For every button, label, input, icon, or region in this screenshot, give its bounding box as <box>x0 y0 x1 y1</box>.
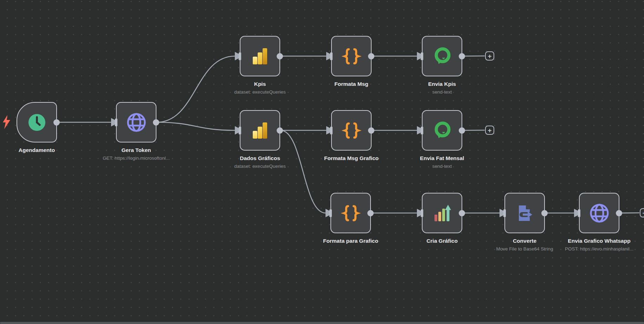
node-title: Cria Gráfico <box>368 237 516 244</box>
node-subtitle: send-text <box>368 88 516 96</box>
output-port[interactable] <box>153 119 159 126</box>
node-label: Kpisdataset: executeQueries <box>186 80 334 96</box>
input-port[interactable] <box>421 209 423 217</box>
lightning-bolt-icon <box>2 115 12 129</box>
node-title: Agendamento <box>0 146 111 154</box>
node-title: Envia Grafico Whatsapp <box>526 237 644 244</box>
connection-wire <box>281 131 326 213</box>
connection-wire <box>463 130 485 131</box>
braces-icon <box>342 121 361 140</box>
input-port[interactable] <box>421 52 423 60</box>
input-port[interactable] <box>503 209 506 217</box>
output-port[interactable] <box>541 210 548 216</box>
add-node-button[interactable]: + <box>640 208 644 217</box>
node-gera-token[interactable] <box>116 102 156 142</box>
input-port[interactable] <box>421 127 423 134</box>
input-port[interactable] <box>329 209 332 217</box>
output-port[interactable] <box>459 127 465 134</box>
node-label: Envia Grafico WhatsappPOST: https://evo.… <box>526 237 644 253</box>
node-label: ConverteMove File to Base64 String <box>451 237 599 253</box>
node-cria-grafico[interactable] <box>422 193 462 233</box>
node-subtitle: dataset: executeQueries <box>186 163 334 170</box>
output-port[interactable] <box>53 119 60 126</box>
node-title: Converte <box>451 237 599 244</box>
input-port[interactable] <box>115 119 117 126</box>
output-port[interactable] <box>277 127 283 134</box>
node-dados-graficos[interactable] <box>240 110 280 151</box>
output-port[interactable] <box>616 210 622 216</box>
node-label: Dados Gráficosdataset: executeQueries <box>186 154 334 170</box>
powerbi-icon <box>251 47 269 65</box>
workflow-trigger-bolt <box>2 115 12 131</box>
node-label: Envia Fat Mensalsend-text <box>368 154 516 170</box>
output-port[interactable] <box>459 210 465 216</box>
add-node-button[interactable]: + <box>485 126 494 135</box>
powerbi-icon <box>251 121 269 140</box>
output-port[interactable] <box>367 210 374 216</box>
node-label: Formata Msg Grafico <box>278 154 425 162</box>
node-subtitle: Move File to Base64 String <box>451 245 599 253</box>
connection-wire <box>463 56 485 56</box>
connection-wires <box>0 0 644 324</box>
output-port[interactable] <box>368 127 374 134</box>
output-port[interactable] <box>277 53 283 59</box>
connection-wire <box>157 56 235 122</box>
node-subtitle: dataset: executeQueries <box>186 88 334 96</box>
node-label: Envia Kpissend-text <box>368 80 516 96</box>
add-node-button[interactable]: + <box>485 51 494 61</box>
input-port[interactable] <box>330 52 333 60</box>
node-converte[interactable] <box>504 193 545 233</box>
globe-icon <box>127 113 146 132</box>
node-subtitle: POST: https://evo.minhasplanil... <box>526 245 644 253</box>
braces-icon <box>342 46 361 66</box>
input-port[interactable] <box>239 127 241 134</box>
node-label: Agendamento <box>0 146 111 154</box>
output-port[interactable] <box>459 53 465 59</box>
chat-icon <box>432 121 452 140</box>
node-label: Gera TokenGET: https://login.microsofton… <box>63 146 210 162</box>
chat-icon <box>432 46 452 66</box>
chart-bars-icon <box>433 204 451 222</box>
node-title: Envia Kpis <box>368 80 516 88</box>
braces-icon <box>341 203 361 223</box>
file-export-icon <box>516 204 534 222</box>
node-label: Formata para Grafico <box>277 237 425 244</box>
clock-icon <box>28 113 46 132</box>
workflow-canvas[interactable]: Agendamento Gera TokenGET: https://login… <box>0 0 644 324</box>
node-title: Dados Gráficos <box>186 154 334 162</box>
node-formata-msg-grafico[interactable] <box>331 110 372 151</box>
connection-wire <box>157 122 235 131</box>
node-envia-fat-mensal[interactable] <box>422 110 462 151</box>
node-envia-kpis[interactable] <box>422 36 462 76</box>
node-title: Formata para Grafico <box>277 237 425 244</box>
node-title: Formata Msg Grafico <box>278 154 425 162</box>
node-envia-grafico-whatsapp[interactable] <box>579 193 619 233</box>
node-title: Envia Fat Mensal <box>368 154 516 162</box>
node-label: Cria Gráfico <box>368 237 516 244</box>
connection-wire <box>620 213 639 213</box>
input-port[interactable] <box>578 209 580 217</box>
horizontal-scrollbar[interactable] <box>0 322 644 324</box>
output-port[interactable] <box>368 53 374 59</box>
node-label: Formata Msg <box>278 80 425 88</box>
node-title: Gera Token <box>63 146 210 154</box>
input-port[interactable] <box>330 127 333 134</box>
node-agendamento[interactable] <box>17 102 57 142</box>
node-formata-para-grafico[interactable] <box>330 193 371 233</box>
globe-icon <box>590 203 609 223</box>
node-kpis[interactable] <box>240 36 280 76</box>
input-port[interactable] <box>239 52 241 60</box>
node-subtitle: GET: https://login.microsoftonl... <box>63 154 210 162</box>
node-formata-msg[interactable] <box>331 36 372 76</box>
node-title: Kpis <box>186 80 334 88</box>
node-subtitle: send-text <box>368 163 516 170</box>
node-title: Formata Msg <box>278 80 425 88</box>
